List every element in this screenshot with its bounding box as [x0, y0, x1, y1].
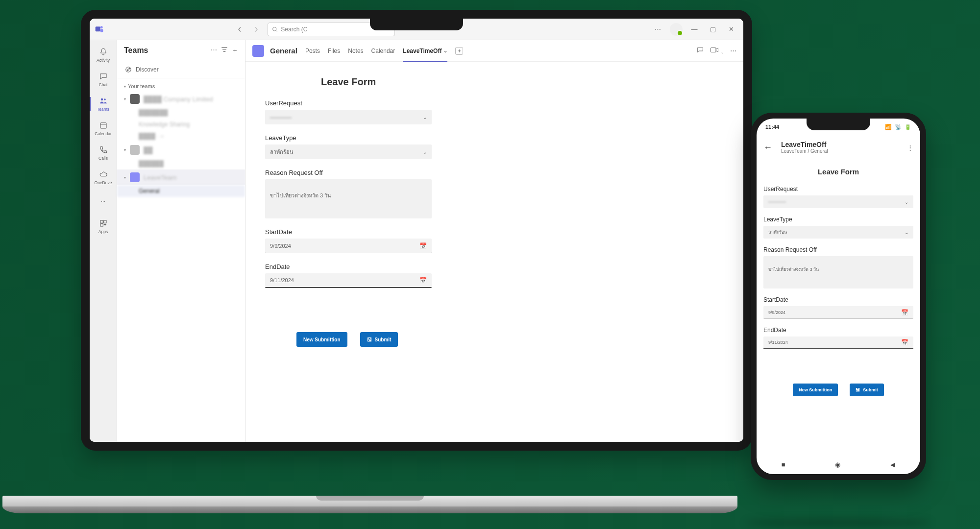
phone-app-subtitle: LeaveTeam / General — [781, 148, 828, 154]
tab-leavetimeoff[interactable]: LeaveTimeOff ⌄ — [403, 40, 447, 62]
svg-point-5 — [100, 98, 103, 101]
leavetype-select[interactable]: ลาพักร้อน ⌄ — [763, 226, 913, 239]
ellipsis-icon[interactable]: ⋯ — [211, 46, 217, 55]
close-button[interactable]: ✕ — [725, 23, 738, 36]
teams-logo-icon — [95, 24, 104, 34]
panel-title: Teams — [124, 46, 148, 55]
reason-textarea[interactable]: ขาไปเที่ยวต่างจังหวัด 3 วัน — [265, 179, 432, 218]
tab-notes[interactable]: Notes — [348, 40, 363, 62]
signal-icon: 📶 — [885, 124, 892, 130]
team-name: LeaveTeam — [144, 174, 176, 181]
field-leavetype: LeaveType ลาพักร้อน ⌄ — [265, 134, 432, 159]
startdate-input[interactable]: 9/9/2024 📅 — [265, 239, 432, 253]
minimize-button[interactable]: — — [687, 23, 701, 36]
chat-icon[interactable] — [696, 46, 704, 55]
tab-calendar[interactable]: Calendar — [371, 40, 395, 62]
startdate-value: 9/9/2024 — [270, 243, 291, 249]
enddate-label: EndDate — [265, 263, 432, 270]
channel-item[interactable]: ████ · ○ — [117, 130, 245, 142]
ellipsis-icon: ⋯ — [98, 197, 108, 207]
new-submission-button[interactable]: New Submittion — [296, 332, 347, 347]
team-name: ████ Company Limited — [144, 96, 213, 103]
avatar[interactable] — [670, 23, 683, 36]
rail-activity[interactable]: Activity — [90, 43, 117, 67]
rail-onedrive[interactable]: OneDrive — [90, 166, 117, 189]
svg-rect-2 — [100, 29, 103, 32]
teams-body: Activity Chat Teams Calendar — [90, 40, 743, 442]
bell-icon — [98, 47, 108, 57]
channel-item[interactable]: ███████ — [117, 107, 245, 119]
rail-calendar[interactable]: Calendar — [90, 117, 117, 140]
tab-posts[interactable]: Posts — [305, 40, 320, 62]
android-back-button[interactable]: ◀ — [890, 461, 895, 468]
meet-button[interactable]: ⌄ — [710, 47, 724, 55]
search-placeholder: Search (C — [281, 26, 307, 33]
wifi-icon: 📡 — [895, 124, 902, 130]
userrequest-label: UserRequest — [763, 186, 913, 192]
more-icon[interactable]: ⋮ — [907, 144, 913, 151]
startdate-input[interactable]: 9/9/2024 📅 — [763, 306, 913, 319]
reason-textarea[interactable]: ขาไปเที่ยวต่างจังหวัด 3 วัน — [763, 256, 913, 289]
channel-name: General — [270, 47, 297, 55]
enddate-input[interactable]: 9/11/2024 📅 — [265, 273, 432, 288]
ellipsis-icon[interactable]: ⋯ — [651, 23, 665, 36]
discover-label: Discover — [136, 66, 159, 73]
rail-label: Calendar — [95, 131, 112, 136]
channel-item-general[interactable]: General — [117, 185, 245, 197]
navbar-title-block: LeaveTimeOff LeaveTeam / General — [781, 141, 828, 154]
tab-files[interactable]: Files — [328, 40, 340, 62]
field-userrequest: UserRequest ———— ⌄ — [763, 186, 913, 208]
team-item[interactable]: ▾ ██ — [117, 142, 245, 158]
channel-item[interactable]: Knowledge Sharing — [117, 119, 245, 130]
android-recents-button[interactable]: ■ — [782, 461, 785, 468]
android-home-button[interactable]: ◉ — [835, 461, 840, 468]
team-item[interactable]: ▾ ████ Company Limited — [117, 91, 245, 107]
discover-row[interactable]: Discover — [117, 61, 245, 78]
laptop-screen-bezel: Search (C ⋯ — ▢ ✕ Activity — [81, 10, 752, 451]
nav-forward-button[interactable] — [251, 24, 262, 35]
back-button[interactable]: ← — [763, 143, 772, 153]
leavetype-select[interactable]: ลาพักร้อน ⌄ — [265, 144, 432, 159]
team-avatar — [130, 94, 140, 104]
rail-chat[interactable]: Chat — [90, 68, 117, 91]
calendar-icon: 📅 — [419, 277, 427, 284]
team-name: ██ — [144, 146, 152, 154]
submit-button[interactable]: 🖫 Submit — [360, 332, 398, 347]
rail-teams[interactable]: Teams — [90, 92, 117, 116]
android-nav-bar: ■ ◉ ◀ — [757, 455, 920, 474]
maximize-button[interactable]: ▢ — [706, 23, 720, 36]
cloud-icon — [98, 169, 108, 179]
userrequest-select[interactable]: ———— ⌄ — [265, 110, 432, 124]
svg-rect-11 — [100, 224, 103, 226]
rail-more[interactable]: ⋯ — [90, 190, 117, 214]
nav-back-button[interactable] — [234, 24, 245, 35]
tabs: Posts Files Notes Calendar LeaveTimeOff … — [305, 40, 464, 62]
rail-label: Teams — [97, 107, 109, 112]
chat-icon — [98, 72, 108, 81]
phone-form: Leave Form UserRequest ———— ⌄ LeaveType … — [757, 160, 920, 455]
chevron-down-icon: ⌄ — [423, 149, 427, 155]
group-text: Your teams — [128, 83, 155, 89]
svg-point-1 — [100, 26, 103, 28]
status-icons: 📶 📡 🔋 — [885, 124, 911, 130]
new-submission-button[interactable]: New Submittion — [793, 384, 838, 396]
titlebar-right: ⋯ — ▢ ✕ — [651, 23, 738, 36]
filter-icon[interactable] — [221, 46, 228, 55]
channel-item[interactable]: ██████ — [117, 158, 245, 169]
stage-header: General Posts Files Notes Calendar Leave… — [245, 40, 743, 62]
submit-button[interactable]: 🖫 Submit — [850, 384, 884, 396]
add-team-button[interactable]: ＋ — [232, 46, 238, 55]
enddate-input[interactable]: 9/11/2024 📅 — [763, 337, 913, 349]
team-item[interactable]: ▾ LeaveTeam — [117, 169, 245, 185]
channel-avatar — [252, 45, 264, 57]
userrequest-value: ———— — [768, 199, 786, 204]
add-tab-button[interactable]: ＋ — [455, 40, 463, 62]
userrequest-select[interactable]: ———— ⌄ — [763, 195, 913, 208]
startdate-value: 9/9/2024 — [768, 310, 785, 315]
ellipsis-icon[interactable]: ⋯ — [730, 47, 736, 54]
rail-calls[interactable]: Calls — [90, 141, 117, 165]
field-startdate: StartDate 9/9/2024 📅 — [265, 228, 432, 253]
rail-apps[interactable]: Apps — [90, 215, 117, 238]
battery-icon: 🔋 — [905, 124, 911, 130]
form-title: Leave Form — [321, 76, 724, 88]
